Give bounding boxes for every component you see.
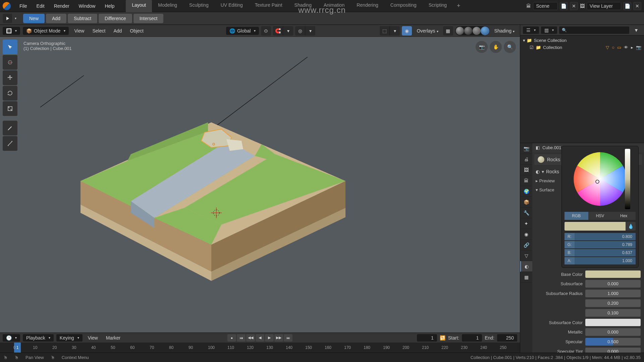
metallic-field[interactable]: 0.000 <box>585 328 641 336</box>
shading-solid[interactable] <box>464 27 472 35</box>
play-button[interactable]: ▶ <box>265 334 274 342</box>
outliner-editor-dropdown[interactable]: ☰▾ <box>523 26 539 34</box>
ssr2-field[interactable]: 0.200 <box>585 299 641 307</box>
prop-tab-texture[interactable]: ▦ <box>520 272 532 283</box>
arrow-render-icon[interactable]: ▸ <box>631 45 633 50</box>
prop-tab-scene[interactable]: 🏛 <box>520 175 532 186</box>
gizmo-dropdown[interactable]: ▾ <box>390 26 400 36</box>
color-mode-hsv[interactable]: HSV <box>588 212 612 220</box>
repeat-icon[interactable]: 🔁 <box>440 335 445 341</box>
editor-type-dropdown[interactable]: 🔳▾ <box>3 27 20 35</box>
viewlayer-delete-button[interactable]: ✕ <box>633 2 641 10</box>
bool-subtract-button[interactable]: Subtract <box>68 14 97 23</box>
prop-tab-meshdata[interactable]: ▽ <box>520 250 532 261</box>
value-slider[interactable] <box>625 149 630 209</box>
a-field[interactable]: 1.000 <box>575 257 636 264</box>
viewlayer-new-button[interactable]: 📄 <box>623 2 631 10</box>
viewport-menu-view[interactable]: View <box>71 27 87 35</box>
tab-compositing[interactable]: Compositing <box>384 0 423 12</box>
tool-annotate[interactable] <box>3 121 17 135</box>
g-field[interactable]: 0.789 <box>575 241 636 248</box>
tab-animation[interactable]: Animation <box>318 0 351 12</box>
shading-wireframe[interactable] <box>456 27 464 35</box>
prop-tab-world[interactable]: 🌍 <box>520 186 532 197</box>
tab-uvediting[interactable]: UV Editing <box>215 0 249 12</box>
b-field[interactable]: 0.637 <box>575 249 636 256</box>
jump-end-button[interactable]: ⏭ <box>284 334 292 342</box>
menu-help[interactable]: Help <box>100 1 119 11</box>
checkbox-icon[interactable]: ☑ <box>530 45 534 50</box>
prop-tab-viewlayer[interactable]: 🖼 <box>520 165 532 175</box>
tab-scripting[interactable]: Scripting <box>423 0 453 12</box>
tool-dropdown-icon[interactable] <box>3 14 12 23</box>
viewlayer-field[interactable]: View Layer <box>587 2 621 10</box>
snap-dropdown[interactable]: ▾ <box>283 26 293 36</box>
prop-tab-material[interactable]: ◐ <box>520 261 532 272</box>
nav-camera[interactable]: 📷 <box>476 41 488 53</box>
snap-toggle[interactable]: 🧲 <box>273 26 283 36</box>
r-field[interactable]: 0.800 <box>575 233 636 240</box>
subsurface-color-swatch[interactable] <box>585 319 641 326</box>
viewport-3d[interactable]: Camera Orthographic (1) Collection | Cub… <box>0 37 520 333</box>
ssr3-field[interactable]: 0.100 <box>585 309 641 317</box>
jump-start-button[interactable]: ⏮ <box>237 334 246 342</box>
eyedropper-button[interactable]: 💧 <box>626 222 636 231</box>
mode-dropdown[interactable]: 📦 Object Mode▾ <box>23 27 69 35</box>
menu-render[interactable]: Render <box>49 1 74 11</box>
tool-select[interactable] <box>3 40 17 54</box>
play-reverse-button[interactable]: ◀ <box>256 334 264 342</box>
outliner-search-input[interactable]: 🔍 <box>559 26 629 34</box>
prop-tab-constraints[interactable]: 🔗 <box>520 240 532 250</box>
nav-zoom[interactable]: 🔍 <box>504 41 516 53</box>
scene-field[interactable]: Scene <box>533 2 558 10</box>
specular-field[interactable]: 0.500 <box>585 338 641 346</box>
bool-intersect-button[interactable]: Intersect <box>133 14 164 23</box>
shading-rendered[interactable] <box>481 27 489 35</box>
workspace-add-button[interactable]: + <box>453 0 465 12</box>
scene-delete-button[interactable]: ✕ <box>570 2 578 10</box>
subsurface-field[interactable]: 0.000 <box>585 280 641 288</box>
nav-pan[interactable]: ✋ <box>490 41 502 53</box>
proportional-dropdown[interactable]: ▾ <box>305 26 315 36</box>
current-frame-field[interactable]: 1 <box>417 334 437 342</box>
prop-tab-render[interactable]: 📷 <box>520 143 532 154</box>
orientation-dropdown[interactable]: 🌐 Global▾ <box>226 27 259 35</box>
tab-texturepaint[interactable]: Texture Paint <box>249 0 288 12</box>
tab-rendering[interactable]: Rendering <box>351 0 384 12</box>
timeline-view[interactable]: View <box>85 334 101 342</box>
autokey-toggle[interactable]: ● <box>227 334 236 342</box>
bool-add-button[interactable]: Add <box>46 14 66 23</box>
outliner-collection[interactable]: ☑ 📁 Collection ▽ ○ ▭ 👁 ▸ 📷 <box>522 44 643 51</box>
prop-tab-physics[interactable]: ◉ <box>520 229 532 240</box>
material-name-field[interactable]: Rocks <box>546 169 559 174</box>
timeline-editor-dropdown[interactable]: 🕐▾ <box>3 334 20 342</box>
ssr1-field[interactable]: 1.000 <box>585 290 641 297</box>
shading-dropdown[interactable]: Shading▾ <box>492 27 517 35</box>
timeline-marker[interactable]: Marker <box>103 334 123 342</box>
jump-prev-button[interactable]: ◀◀ <box>246 334 255 342</box>
timeline-ruler[interactable]: 1 01020304050607080901001101201301401501… <box>0 343 520 353</box>
tool-rotate[interactable] <box>3 86 17 101</box>
end-frame-field[interactable]: 250 <box>497 334 517 342</box>
prop-tab-output[interactable]: 🖨 <box>520 154 532 165</box>
viewport-menu-select[interactable]: Select <box>90 27 108 35</box>
tab-modeling[interactable]: Modeling <box>152 0 183 12</box>
tool-cursor[interactable] <box>3 55 17 70</box>
base-color-swatch[interactable] <box>585 270 641 278</box>
pivot-dropdown[interactable]: ⊙ <box>261 26 271 36</box>
outliner-display-dropdown[interactable]: ▥▾ <box>541 26 557 34</box>
menu-file[interactable]: File <box>15 1 32 11</box>
proportional-edit-toggle[interactable]: ◎ <box>295 26 305 36</box>
playback-dropdown[interactable]: Playback▾ <box>23 334 54 342</box>
gizmo-toggle[interactable]: ⬚ <box>380 26 390 36</box>
tab-shading[interactable]: Shading <box>288 0 318 12</box>
tool-measure[interactable] <box>3 136 17 151</box>
eye-icon[interactable]: 👁 <box>624 45 628 50</box>
xray-toggle[interactable]: ▦ <box>443 26 453 36</box>
tool-move[interactable] <box>3 70 17 85</box>
overlays-dropdown[interactable]: Overlays▾ <box>414 27 441 35</box>
specular-tint-field[interactable]: 0.000 <box>585 348 641 353</box>
prop-tab-object[interactable]: 📦 <box>520 197 532 207</box>
menu-window[interactable]: Window <box>74 1 100 11</box>
tool-scale[interactable] <box>3 101 17 116</box>
